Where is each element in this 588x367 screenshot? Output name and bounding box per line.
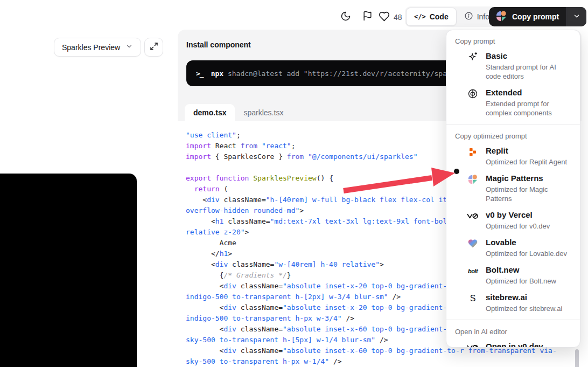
menu-item-title: Bolt.new [486, 265, 556, 275]
v0-icon [467, 342, 479, 348]
heart-icon [379, 11, 390, 24]
sitebrew-icon: S [467, 293, 479, 304]
magic-patterns-icon [467, 174, 479, 185]
menu-section-header: Open in AI editor [446, 323, 580, 338]
brain-icon [467, 88, 479, 100]
tab-code[interactable]: </> Code [406, 8, 457, 26]
menu-separator [446, 320, 580, 320]
copy-prompt-button[interactable]: Copy prompt [489, 7, 586, 26]
tab-sparkles-tsx[interactable]: sparkles.tsx [235, 104, 292, 121]
info-label: Info [477, 12, 489, 21]
menu-item-description: Optimized for Magic Patterns [486, 185, 572, 203]
command-npx: npx [211, 70, 223, 78]
chevron-down-icon [573, 12, 580, 22]
copy-prompt-menu: Copy promptBasicStandard prompt for AI c… [446, 30, 580, 348]
preview-selector-label: Sparkles Preview [62, 43, 120, 52]
v0-icon [467, 210, 479, 222]
menu-item-title: sitebrew.ai [486, 292, 562, 303]
code-scrollbar[interactable] [575, 349, 579, 367]
preview-selector[interactable]: Sparkles Preview [54, 38, 141, 57]
menu-item-description: Optimized for Bolt.new [486, 276, 556, 286]
file-tabbar: demo.tsx sparkles.tsx [185, 104, 292, 121]
menu-item-title: Open in v0.dev [486, 341, 569, 348]
menu-item-sparkles[interactable]: BasicStandard prompt for AI code editors [446, 48, 580, 85]
component-preview [0, 174, 137, 367]
menu-item-description: Optimized for v0.dev [486, 221, 550, 231]
replit-icon [467, 146, 479, 158]
chevron-down-icon [125, 43, 133, 52]
like-button[interactable] [377, 11, 390, 24]
fullscreen-button[interactable] [144, 38, 163, 57]
command-text: shadcn@latest add "https://21st.dev/r/ac… [223, 70, 472, 78]
menu-item-title: Lovable [486, 237, 567, 248]
menu-item-title: Replit [486, 146, 567, 156]
menu-item-sitebrew[interactable]: Ssitebrew.aiOptimized for sitebrew.ai [446, 289, 580, 317]
code-icon: </> [414, 13, 426, 20]
likes-count: 48 [394, 13, 402, 22]
copy-prompt-label: Copy prompt [512, 12, 559, 21]
menu-item-title: Extended [486, 87, 572, 98]
bolt-icon: bolt [467, 265, 479, 277]
expand-icon [150, 42, 158, 52]
terminal-prompt-icon: >_ [196, 70, 204, 78]
menu-separator [446, 124, 580, 124]
menu-item-v0[interactable]: v0 by VercelOptimized for v0.dev [446, 207, 580, 234]
menu-item-title: Magic Patterns [486, 173, 572, 184]
moon-icon [340, 11, 351, 23]
page: 48 </> Code Info Copy promp [0, 0, 588, 367]
menu-item-title: Basic [486, 51, 572, 61]
menu-item-replit[interactable]: ReplitOptimized for Replit Agent [446, 143, 580, 170]
sparkles-icon [467, 51, 479, 63]
flag-icon [362, 11, 373, 23]
view-switcher: </> Code Info [405, 6, 498, 27]
install-heading: Install component [186, 40, 251, 49]
annotation-dot [454, 169, 459, 174]
menu-item-title: v0 by Vercel [486, 210, 550, 220]
code-label: Code [430, 12, 449, 21]
tab-demo-tsx[interactable]: demo.tsx [185, 104, 235, 121]
menu-item-bolt[interactable]: boltBolt.newOptimized for Bolt.new [446, 262, 580, 289]
menu-item-description: Optimized for Lovable.dev [486, 249, 567, 258]
menu-item-description: Extended prompt for complex components [486, 99, 572, 117]
copy-prompt-dropdown-toggle[interactable] [567, 7, 586, 26]
lovable-icon [467, 238, 479, 250]
info-icon [464, 11, 473, 22]
menu-item-lovable[interactable]: LovableOptimized for Lovable.dev [446, 234, 580, 262]
code-line: sky-500 to-transparent h-px w-1/4" /> [186, 356, 582, 367]
menu-section-header: Copy optimized prompt [446, 127, 580, 143]
menu-item-v0[interactable]: Open in v0.devOpen component in v0.dev [446, 338, 580, 348]
report-flag-button[interactable] [358, 7, 377, 26]
theme-toggle-button[interactable] [336, 7, 355, 26]
menu-item-description: Optimized for Replit Agent [486, 157, 567, 167]
menu-item-magic-patterns[interactable]: Magic PatternsOptimized for Magic Patter… [446, 170, 580, 207]
magic-patterns-logo-icon [495, 10, 507, 24]
menu-item-brain[interactable]: ExtendedExtended prompt for complex comp… [446, 85, 580, 121]
menu-section-header: Copy prompt [446, 32, 580, 48]
menu-item-description: Optimized for sitebrew.ai [486, 304, 562, 313]
likes: 48 [377, 11, 402, 24]
menu-item-description: Standard prompt for AI code editors [486, 63, 572, 81]
